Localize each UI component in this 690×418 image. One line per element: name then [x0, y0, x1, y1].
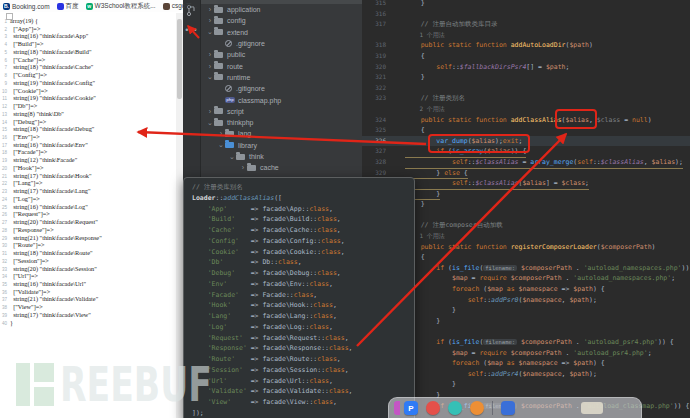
chevron-icon[interactable]: ›: [206, 17, 214, 24]
output-line: 38 ["View"]=>: [0, 303, 176, 311]
output-line: 30 ["Route"]=>: [0, 241, 176, 249]
output-line: 40}: [0, 319, 176, 327]
folder-icon: [236, 154, 245, 160]
output-line: 4 ["Build"]=>: [0, 40, 176, 48]
scrollbar-thumb[interactable]: [177, 19, 182, 99]
bookmark-label: csgo开...: [172, 2, 198, 11]
var-dump-output: 1array(19) {2 ["App"]=>3 string(16) "thi…: [0, 17, 176, 326]
output-line: 7 string(18) "think\facade\Cache": [0, 63, 176, 71]
tree-label: runtime: [227, 74, 250, 81]
chevron-icon[interactable]: ›: [239, 164, 247, 171]
chevron-icon[interactable]: ›: [206, 108, 214, 115]
output-line: 28 ["Response"]=>: [0, 226, 176, 234]
output-line: 14 ["Debug"]=>: [0, 118, 176, 126]
output-line: 18 ["Facade"]=>: [0, 148, 176, 156]
output-line: 16 ["Env"]=>: [0, 133, 176, 141]
tree-row-extend[interactable]: ⌄extend: [201, 27, 362, 38]
output-line: 17 string(16) "think\facade\Env": [0, 141, 176, 149]
line-number: 323: [362, 93, 386, 104]
more-options-icon[interactable]: •••: [183, 25, 200, 35]
output-line: 37 string(21) "think\facade\Validate": [0, 295, 176, 303]
bookmark-item[interactable]: csgo开...: [163, 2, 198, 11]
folder-icon: [225, 142, 234, 148]
chevron-icon[interactable]: ›: [217, 130, 225, 137]
bookmark-favicon: [163, 3, 170, 10]
line-number: 325: [362, 125, 386, 136]
output-line: 24 ["Log"]=>: [0, 195, 176, 203]
line-number: 317: [362, 19, 386, 30]
chevron-icon[interactable]: ⌄: [206, 28, 214, 36]
dock-divider: [492, 401, 493, 415]
bookmark-item[interactable]: 百度: [57, 2, 79, 11]
tooltip-line: 'Build' => facade\Build::class,: [192, 214, 414, 225]
code-line: 317 // 注册自动加载类库目录: [362, 19, 690, 30]
tree-row-route[interactable]: ›route: [201, 60, 362, 71]
tooltip-line: 'Request' => facade\Request::class,: [192, 333, 414, 344]
folder-icon: [214, 63, 223, 69]
line-number: 326: [362, 136, 386, 147]
chevron-icon[interactable]: ›: [206, 51, 214, 58]
tooltip-line: 'Db' => Db::class,: [192, 257, 414, 268]
chevron-icon[interactable]: ⌄: [217, 141, 225, 149]
tree-row-runtime[interactable]: ⌄runtime: [201, 72, 362, 83]
bookmark-item[interactable]: wW3School教程系统...: [86, 2, 156, 11]
macos-dock[interactable]: P: [388, 397, 642, 418]
tree-row-lang[interactable]: ›lang: [201, 128, 362, 139]
line-number: 315: [362, 0, 386, 9]
dock-app-pycharm[interactable]: P: [404, 401, 418, 415]
php-file-icon: php: [225, 97, 235, 103]
output-line: 15 string(18) "think\facade\Debug": [0, 125, 176, 133]
code-line: 320 self::$fallbackDirsPsr4[] = $path;: [362, 62, 690, 73]
bookmark-item[interactable]: B.Booking.com: [3, 3, 50, 10]
tree-row-thinkphp[interactable]: ⌄thinkphp: [201, 117, 362, 128]
tooltip-line: 'Response' => facade\Response::class,: [192, 343, 414, 354]
dock-app-teal[interactable]: [448, 401, 462, 415]
output-line: 26 ["Request"]=>: [0, 210, 176, 218]
chevron-icon[interactable]: ›: [206, 6, 214, 13]
tree-row-config[interactable]: ›config: [201, 15, 362, 26]
tooltip-line: 'Cookie' => facade\Cookie::class,: [192, 247, 414, 258]
output-line: 31 string(18) "think\facade\Route": [0, 249, 176, 257]
dock-downloads-stack[interactable]: [581, 402, 603, 414]
chevron-icon[interactable]: ›: [206, 63, 214, 70]
tree-label: .gitignore: [236, 85, 265, 92]
usage-lens[interactable]: 1 个用法: [362, 30, 690, 41]
dock-app-red[interactable]: [426, 401, 440, 415]
line-number: 328: [362, 157, 386, 168]
chevron-icon[interactable]: ⌄: [206, 73, 214, 81]
chevron-icon[interactable]: ⌄: [228, 153, 236, 161]
tree-row--gitignore[interactable]: .gitignore: [201, 38, 362, 49]
tree-row-library[interactable]: ⌄library: [201, 140, 362, 151]
tooltip-line: 'Lang' => facade\Lang::class,: [192, 311, 414, 322]
output-line: 25 string(16) "think\facade\Log": [0, 203, 176, 211]
folder-icon: [214, 29, 223, 35]
tree-row-think[interactable]: ⌄think: [201, 151, 362, 162]
dock-app-doc[interactable]: [501, 401, 515, 415]
tree-row-script[interactable]: ›script: [201, 106, 362, 117]
output-line: 23 string(17) "think\facade\Lang": [0, 187, 176, 195]
quick-definition-popup: // 注册类库别名Loader::addClassAlias([ 'App' =…: [183, 177, 415, 418]
tooltip-line: // 注册类库别名: [192, 182, 414, 193]
code-line: 328 self::$classAlias = array_merge(self…: [362, 157, 690, 168]
code-line: 326 var_dump($alias);exit;: [362, 136, 690, 147]
chevron-icon[interactable]: ⌄: [206, 119, 214, 127]
dock-app-orange[interactable]: [470, 401, 484, 415]
usage-lens[interactable]: 2 个用法: [362, 104, 690, 115]
tree-row-cache[interactable]: ›cache: [201, 162, 362, 173]
output-line: 20 ["Hook"]=>: [0, 164, 176, 172]
folder-icon: [214, 52, 223, 58]
tree-row--gitignore[interactable]: .gitignore: [201, 83, 362, 94]
browser-scrollbar[interactable]: [176, 13, 183, 418]
dock-app-magenta[interactable]: [394, 401, 400, 415]
tooltip-line: 'Hook' => facade\Hook::class,: [192, 300, 414, 311]
tree-row-application[interactable]: ›application: [201, 4, 362, 15]
tree-row-classmap-php[interactable]: phpclassmap.php: [201, 94, 362, 105]
tree-row-public[interactable]: ›public: [201, 49, 362, 60]
code-line: 318 public static function addAutoLoadDi…: [362, 40, 690, 51]
browser-window: B.Booking.com百度wW3School教程系统...csgo开... …: [0, 0, 183, 418]
tooltip-line: 'App' => facade\App::class,: [192, 204, 414, 215]
tooltip-line: 'Env' => facade\Env::class,: [192, 279, 414, 290]
output-line: 36 ["Validate"]=>: [0, 288, 176, 296]
line-number: 321: [362, 72, 386, 83]
code-line: 324 public static function addClassAlias…: [362, 115, 690, 126]
